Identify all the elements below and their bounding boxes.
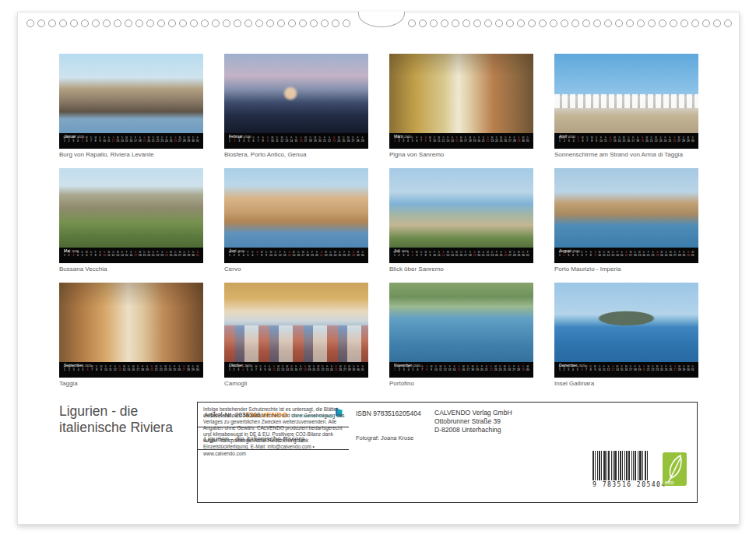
barcode-digits: 9 783516 205404 <box>592 481 652 488</box>
binding-hole <box>506 19 514 27</box>
binding-hole <box>561 19 568 27</box>
month-days-strip: F1S2S3M4D5M6D7F8S9S10M11D12M13D14F15S16S… <box>62 251 200 258</box>
binding-hole <box>550 19 557 27</box>
binding-hole <box>670 19 677 27</box>
month-calendar-bar: April2020 M1D2F3S4S5M6D7M8D9F10S11S12M13… <box>554 133 698 149</box>
barcode-bars <box>592 451 652 480</box>
binding-hole <box>648 19 656 27</box>
month-calendar-bar: November2020 S1M2D3M4D5F6S7S8M9D10M11D12… <box>389 362 533 378</box>
binding-hole <box>277 19 285 27</box>
binding-hole <box>70 19 78 27</box>
month-caption: Burg von Rapallo, Riviera Levante <box>59 151 203 158</box>
binding-hole <box>343 19 350 27</box>
month-calendar-bar: Oktober2020 D1F2S3S4M5D6M7D8F9S10S11M12D… <box>224 362 368 378</box>
binding-hole <box>157 19 165 27</box>
binding-hole <box>103 19 111 27</box>
binding-hole <box>266 19 274 27</box>
month-calendar-bar: März2020 S1M2D3M4D5F6S7S8M9D10M11D12F13S… <box>389 133 533 149</box>
month-days-strip: D1F2S3S4M5D6M7D8F9S10S11M12D13M14D15F16S… <box>227 366 365 373</box>
binding-hole <box>419 19 427 27</box>
month-photo <box>224 283 368 362</box>
calendar-day: D30 <box>691 137 695 144</box>
month-calendar-bar: Mai2020 F1S2S3M4D5M6D7F8S9S10M11D12M13D1… <box>59 248 203 263</box>
month-caption: Camogli <box>224 380 368 387</box>
month-calendar-bar: Dezember2020 D1M2D3F4S5S6M7D8M9D10F11S12… <box>554 362 698 378</box>
calendar-back-cover: Januar2020 M1D2F3S4S5M6D7M8D9F10S11S12M1… <box>17 12 740 525</box>
binding-hole <box>26 19 34 27</box>
month-card: Januar2020 M1D2F3S4S5M6D7M8D9F10S11S12M1… <box>59 54 203 158</box>
binding-hole <box>452 19 459 27</box>
binding-hole <box>571 19 579 27</box>
calendar-day: F31 <box>526 251 530 258</box>
binding-hole <box>114 19 121 27</box>
month-card: November2020 S1M2D3M4D5F6S7S8M9D10M11D12… <box>389 283 533 387</box>
month-photo <box>389 168 533 248</box>
month-photo <box>389 54 533 133</box>
binding-hole <box>37 19 45 27</box>
month-caption: Porto Maurizio - Imperia <box>554 265 698 272</box>
binding-hole <box>691 19 699 27</box>
month-days-strip: M1D2F3S4S5M6D7M8D9F10S11S12M13D14M15D16F… <box>557 137 695 144</box>
binding-hole <box>713 19 721 27</box>
binding-hole <box>626 19 634 27</box>
calendar-day: D31 <box>691 366 695 373</box>
binding-hole <box>615 19 623 27</box>
calendar-day: M30 <box>526 366 530 373</box>
eco-logo-label: eco <box>665 480 673 485</box>
binding-hole <box>255 19 263 27</box>
month-photo <box>59 54 203 133</box>
calendar-day: F31 <box>195 137 200 144</box>
binding-hole <box>310 19 318 27</box>
page-title-line1: Ligurien - die <box>59 403 173 420</box>
month-photo <box>554 283 698 362</box>
product-info-box: Artikel-Nr. 2035206 CALVENDO Der Kalende… <box>197 402 350 503</box>
binding-hole <box>125 19 132 27</box>
calendar-day: S31 <box>360 366 365 373</box>
binding-hole <box>702 19 710 27</box>
binding-hole <box>59 19 67 27</box>
month-calendar-bar: September2020 D1M2D3F4S5S6M7D8M9D10F11S1… <box>59 362 203 378</box>
binding-hole <box>190 19 198 27</box>
month-caption: Bussana Vecchia <box>59 265 203 272</box>
month-calendar-bar: August2020 S1S2M3D4M5D6F7S8S9M10D11M12D1… <box>554 248 698 263</box>
binding-hole <box>234 19 241 27</box>
binding-hole <box>48 19 56 27</box>
binding-hole <box>288 19 296 27</box>
month-days-strip: S1M2D3M4D5F6S7S8M9D10M11D12F13S14S15M16D… <box>392 137 530 144</box>
month-card: März2020 S1M2D3M4D5F6S7S8M9D10M11D12F13S… <box>389 54 533 158</box>
month-photo <box>389 283 533 362</box>
month-caption: Blick über Sanremo <box>389 265 533 272</box>
month-caption: Taggia <box>59 380 203 387</box>
binding-hole <box>212 19 220 27</box>
binding-hole <box>604 19 612 27</box>
months-grid: Januar2020 M1D2F3S4S5M6D7M8D9F10S11S12M1… <box>59 54 698 387</box>
publisher-address: CALVENDO Verlag GmbH Ottobrunner Straße … <box>434 409 512 434</box>
binding-hole <box>441 19 448 27</box>
binding-hole <box>724 19 732 27</box>
month-days-strip: D1M2D3F4S5S6M7D8M9D10F11S12S13M14D15M16D… <box>557 366 695 373</box>
eco-logo: eco <box>663 452 687 486</box>
month-card: August2020 S1S2M3D4M5D6F7S8S9M10D11M12D1… <box>554 168 698 272</box>
binding-hole <box>168 19 176 27</box>
month-days-strip: M1D2F3S4S5M6D7M8D9F10S11S12M13D14M15D16F… <box>62 137 200 144</box>
publisher-name: CALVENDO Verlag GmbH <box>434 409 512 417</box>
binding-hole <box>484 19 492 27</box>
month-caption: Insel Gallinara <box>554 380 698 387</box>
binding-hole <box>135 19 143 27</box>
binding-hole <box>321 19 329 27</box>
binding-hole <box>81 19 89 27</box>
month-days-strip: M1D2M3D4F5S6S7M8D9M10D11F12S13S14M15D16M… <box>227 251 365 258</box>
binding-hole <box>517 19 525 27</box>
calendar-day: S29 <box>360 137 365 144</box>
month-photo <box>224 54 368 133</box>
binding-hole <box>462 19 470 27</box>
month-caption: Portofino <box>389 380 533 387</box>
photographer-credit: Fotograf: Joana Kruse <box>356 434 413 441</box>
month-days-strip: S1S2M3D4M5D6F7S8S9M10D11M12D13F14S15S16M… <box>557 251 695 258</box>
isbn-number: ISBN 9783516205404 <box>356 410 421 417</box>
month-days-strip: D1M2D3F4S5S6M7D8M9D10F11S12S13M14D15M16D… <box>62 366 200 373</box>
month-calendar-bar: Juni2020 M1D2M3D4F5S6S7M8D9M10D11F12S13S… <box>224 248 368 263</box>
publisher-city: D-82008 Unterhaching <box>434 426 512 434</box>
binding-hole <box>582 19 590 27</box>
binding-hole <box>244 19 252 27</box>
